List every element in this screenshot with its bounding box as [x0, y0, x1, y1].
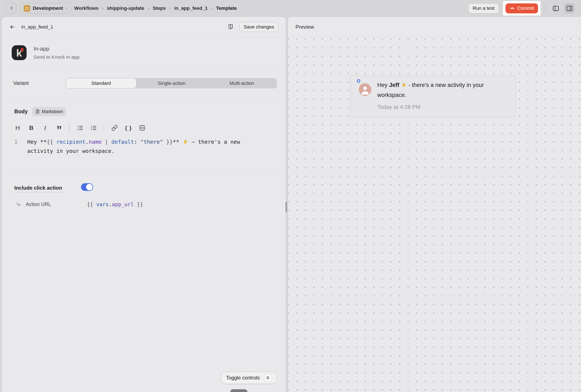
knock-logo: k — [12, 45, 26, 60]
channel-info: k In-app Send to Knock in-app — [2, 37, 286, 68]
click-action-section: Include click action Action URL {{ vars.… — [2, 174, 286, 207]
knock-workflow-editor: Development › Workflows›shipping-update›… — [0, 0, 581, 392]
save-changes-button[interactable]: Save changes — [239, 22, 278, 32]
heading-icon-button[interactable]: H — [14, 124, 21, 132]
kbd-shortcut: K — [264, 374, 272, 382]
toggle-right-panel-button[interactable] — [564, 3, 575, 13]
breadcrumb-item-Workflows[interactable]: Workflows — [74, 5, 98, 11]
formatting-toolbar: HBI”12{ } — [14, 124, 277, 132]
channel-title: In-app — [34, 45, 80, 52]
docs-button[interactable] — [227, 23, 234, 30]
include-click-action-label: Include click action — [14, 185, 62, 192]
breadcrumb-separator: › — [102, 5, 104, 11]
breadcrumb-separator: › — [148, 5, 149, 11]
notification-card[interactable]: Hey Jeff - there's a new activity in you… — [350, 75, 516, 117]
variant-tab-single-action[interactable]: Single-action — [136, 78, 207, 88]
topbar-divider — [546, 4, 546, 12]
chevron-right-icon: › — [66, 5, 68, 11]
wave-emoji-icon — [182, 139, 188, 147]
notification-message: Hey Jeff - there's a new activity in you… — [377, 81, 503, 100]
preview-header: Preview — [288, 17, 581, 37]
body-label: Body — [14, 108, 28, 115]
body-section: Body Markdown HBI”12{ } 1 Hey **{{ recip… — [2, 98, 286, 174]
preview-panel: Preview Hey Jeff - there's a new activit… — [288, 16, 581, 392]
file-down-icon — [35, 109, 40, 114]
knock-logo-dot — [21, 48, 24, 51]
svg-text:1: 1 — [77, 125, 78, 128]
toolbar-separator — [104, 124, 104, 132]
toggle-controls-button[interactable]: Toggle controls K — [222, 372, 276, 384]
variant-label: Variant — [13, 80, 66, 86]
variant-row: Variant StandardSingle-actionMulti-actio… — [2, 68, 286, 98]
chevron-left-icon — [9, 6, 14, 10]
environment-label: Development — [33, 5, 63, 11]
notification-timestamp: Today at 4:28 PM — [377, 104, 420, 110]
environment-chip[interactable]: Development › — [20, 3, 71, 14]
git-commit-icon — [510, 5, 515, 11]
code-line: activity in your workspace. — [27, 147, 240, 155]
breadcrumb: Workflows›shipping-update›Steps›in_app_f… — [74, 5, 237, 11]
bold-icon-button[interactable]: B — [28, 124, 35, 132]
unread-indicator — [357, 79, 360, 83]
format-badge-label: Markdown — [42, 109, 63, 114]
commit-highlight-box: Commit — [503, 1, 540, 15]
person-icon — [359, 83, 371, 96]
back-button[interactable] — [6, 3, 17, 13]
commit-button[interactable]: Commit — [506, 3, 538, 13]
breadcrumb-separator: › — [169, 5, 171, 11]
panel-right-icon — [566, 5, 573, 12]
quote-icon-button[interactable]: ” — [56, 124, 62, 132]
code-block-icon-button[interactable] — [139, 124, 146, 132]
template-editor-panel: in_app_feed_1 Save changes k In-app Send… — [2, 16, 286, 392]
variant-tab-standard[interactable]: Standard — [66, 78, 136, 88]
folder-icon — [24, 5, 30, 12]
line-number: 1 — [14, 138, 27, 146]
avatar — [359, 83, 371, 96]
book-open-icon — [227, 23, 234, 30]
code-editor[interactable]: 1 Hey **{{ recipient.name | default: "th… — [14, 138, 277, 155]
line-number-gutter: 1 — [14, 138, 27, 155]
corner-down-right-icon — [16, 202, 21, 207]
step-title: in_app_feed_1 — [21, 24, 53, 30]
format-badge[interactable]: Markdown — [32, 107, 66, 116]
toggle-controls-label: Toggle controls — [226, 375, 260, 381]
link-icon-button[interactable] — [112, 124, 118, 132]
include-click-action-toggle[interactable] — [81, 183, 93, 191]
breadcrumb-item-Template[interactable]: Template — [216, 5, 237, 11]
arrow-left-icon — [9, 24, 16, 30]
breadcrumb-item-in_app_feed_1[interactable]: in_app_feed_1 — [174, 5, 208, 11]
back-arrow-button[interactable] — [9, 24, 16, 30]
wave-emoji-icon — [401, 82, 407, 91]
editor-header: in_app_feed_1 Save changes — [2, 17, 286, 37]
breadcrumb-item-shipping-update[interactable]: shipping-update — [107, 5, 144, 11]
braces-icon-button[interactable]: { } — [125, 124, 132, 132]
run-test-button[interactable]: Run a test — [468, 3, 499, 13]
panel-resize-handle[interactable] — [286, 202, 287, 212]
bullet-list-icon-button[interactable] — [90, 124, 97, 132]
action-url-value[interactable]: {{ vars.app_url }} — [87, 201, 143, 207]
svg-text:2: 2 — [77, 128, 78, 131]
code-line: Hey **{{ recipient.name | default: "ther… — [27, 138, 240, 147]
top-bar: Development › Workflows›shipping-update›… — [0, 0, 581, 16]
action-url-label: Action URL — [26, 202, 51, 207]
preview-title: Preview — [296, 24, 314, 30]
cutoff-toast — [230, 389, 247, 392]
channel-subtitle: Send to Knock in-app — [34, 54, 80, 60]
recipient-name: Jeff — [389, 82, 399, 88]
toggle-left-panel-button[interactable] — [550, 3, 561, 13]
code-content[interactable]: Hey **{{ recipient.name | default: "ther… — [27, 138, 240, 155]
toggle-knob — [86, 184, 92, 190]
panel-left-icon — [552, 5, 559, 12]
variant-segmented-control: StandardSingle-actionMulti-action — [66, 78, 277, 88]
breadcrumb-separator: › — [211, 5, 213, 11]
italic-icon-button[interactable]: I — [42, 124, 48, 132]
ordered-list-icon-button[interactable]: 12 — [76, 124, 83, 132]
toolbar-separator — [69, 124, 70, 132]
commit-label: Commit — [518, 5, 534, 11]
breadcrumb-item-Steps[interactable]: Steps — [153, 5, 166, 11]
preview-canvas: Hey Jeff - there's a new activity in you… — [288, 38, 581, 392]
action-url-row: Action URL {{ vars.app_url }} — [14, 201, 286, 207]
variant-tab-multi-action[interactable]: Multi-action — [207, 78, 277, 88]
